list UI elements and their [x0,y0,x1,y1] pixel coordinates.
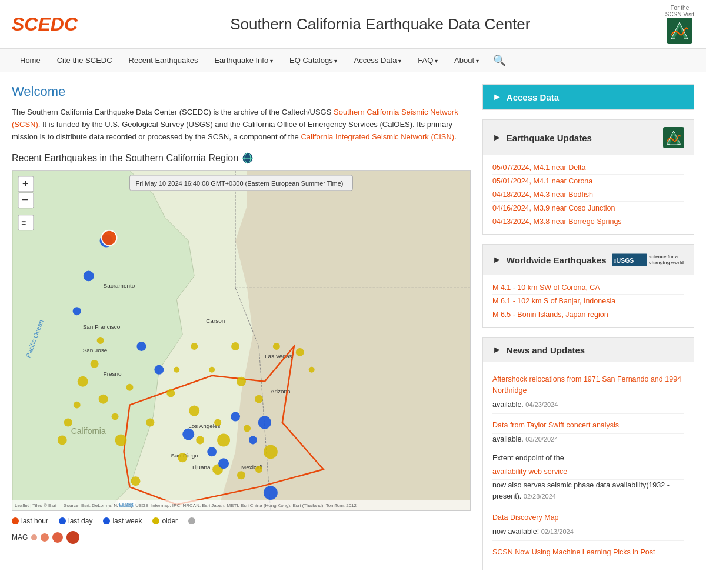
magnitude-scale: MAG [12,531,471,544]
welcome-paragraph: The Southern California Earthquake Data … [12,106,471,143]
svg-point-38 [244,425,251,432]
nav-home[interactable]: Home [12,49,49,72]
news-link-2[interactable]: availability web service [492,464,684,480]
news-text-1: Data from Taylor Swift concert analysis … [492,417,684,443]
page-header: SCEDC Southern California Earthquake Dat… [0,0,706,49]
nav-eq-catalogs[interactable]: EQ Catalogs [281,49,345,72]
site-logo[interactable]: SCEDC [12,14,78,35]
nav-cite[interactable]: Cite the SCEDC [49,49,121,72]
svg-point-36 [178,453,187,463]
map-svg: Pacific Ocean Sacramento San Francisco S… [12,171,470,510]
eq-updates-title: Earthquake Updates [507,133,592,143]
scsn-sidebar-icon [663,127,684,148]
eq-update-1[interactable]: 05/01/2024, M4.1 near Corona [492,175,684,188]
svg-point-29 [112,413,119,420]
svg-point-54 [74,402,81,409]
news-date-2: 02/28/2024 [524,493,556,500]
earthquake-updates-content: 05/07/2024, M4.1 near Delta 05/01/2024, … [483,155,694,234]
svg-point-52 [91,360,99,368]
svg-point-57 [273,343,280,350]
worldwide-eq-2[interactable]: M 6.5 - Bonin Islands, Japan region [492,308,684,321]
news-date-3: 02/13/2024 [541,528,574,535]
svg-point-45 [126,384,134,391]
svg-point-69 [231,412,240,422]
news-item-3: Data Discovery Map now available! 02/13/… [492,506,684,542]
svg-text:≡: ≡ [21,218,26,228]
eq-update-3[interactable]: 04/16/2024, M3.9 near Coso Junction [492,202,684,215]
svg-point-70 [264,486,278,500]
usgs-logo: USGS science for a changing world [612,252,684,268]
nav-earthquake-info[interactable]: Earthquake Info [206,49,281,72]
legend-dot-unknown [188,517,195,524]
worldwide-earthquakes-block: ► Worldwide Earthquakes USGS science fo… [482,244,694,328]
search-icon[interactable]: 🔍 [493,54,506,67]
svg-point-39 [255,395,263,403]
nav-access-data[interactable]: Access Data [345,49,409,72]
svg-text:Leaflet: Leaflet [119,502,134,507]
legend-dot-day [59,517,66,524]
svg-text:Sacramento: Sacramento [104,283,135,289]
worldwide-content: M 4.1 - 10 km SW of Corona, CA M 6.1 - 1… [483,275,694,327]
scsn-label-top: For the [671,5,690,11]
svg-point-40 [237,377,246,386]
svg-point-59 [309,367,315,373]
nav-faq[interactable]: FAQ [409,49,446,72]
scsn-link[interactable]: Southern California Seismic Network (SCS… [12,108,458,129]
legend-dot-hour [12,517,19,524]
nav-recent-earthquakes[interactable]: Recent Earthquakes [121,49,207,72]
svg-point-34 [217,434,230,447]
news-item-2: Extent endpoint of the availability web … [492,449,684,506]
scsn-badge[interactable]: For the SCSN Visit [665,5,694,44]
svg-point-32 [189,406,199,416]
svg-text:Carson: Carson [206,318,225,324]
svg-point-62 [73,308,81,316]
news-updates-block: ► News and Updates Aftershock relocation… [482,337,694,570]
svg-point-49 [255,466,262,473]
svg-point-71 [154,365,164,375]
eq-update-0[interactable]: 05/07/2024, M4.1 near Delta [492,161,684,175]
svg-point-58 [296,348,304,356]
svg-marker-9 [218,171,470,510]
news-text-2: Extent endpoint of the availability web … [492,454,684,500]
scsn-logo [667,18,692,44]
map-section-title: Recent Earthquakes in the Southern Calif… [12,152,471,164]
svg-point-43 [191,343,198,350]
legend-label-day: last day [68,517,92,525]
legend-last-week: last week [103,517,142,525]
news-header[interactable]: ► News and Updates [483,338,694,362]
news-link-0[interactable]: Aftershock relocations from 1971 San Fer… [492,372,684,399]
legend-last-hour: last hour [12,517,48,525]
news-link-4[interactable]: SCSN Now Using Machine Learning Picks in… [492,544,684,560]
right-sidebar: ► Access Data ► Earthquake Updates [482,84,694,580]
news-link-1[interactable]: Data from Taylor Swift concert analysis [492,417,684,434]
access-data-arrow: ► [492,92,502,102]
nav-about[interactable]: About [446,49,487,72]
legend-label-hour: last hour [21,517,48,525]
cisn-link[interactable]: California Integrated Seismic Network (C… [301,132,454,141]
worldwide-eq-0[interactable]: M 4.1 - 10 km SW of Corona, CA [492,281,684,295]
earthquake-map[interactable]: Pacific Ocean Sacramento San Francisco S… [12,170,471,511]
earthquake-updates-header[interactable]: ► Earthquake Updates [483,120,694,155]
svg-point-30 [115,435,127,446]
access-data-block: ► Access Data [482,84,694,110]
main-nav: Home Cite the SCEDC Recent Earthquakes E… [0,49,706,72]
globe-icon [242,152,254,164]
svg-point-33 [214,419,221,426]
welcome-title: Welcome [12,84,471,99]
map-title-text: Recent Earthquakes in the Southern Calif… [12,153,238,163]
eq-update-4[interactable]: 04/13/2024, M3.8 near Borrego Springs [492,215,684,228]
svg-point-48 [264,445,278,459]
legend-label-week: last week [112,517,142,525]
eq-update-2[interactable]: 04/18/2024, M4.3 near Bodfish [492,188,684,202]
svg-point-44 [174,367,179,373]
svg-text:Leaflet | Tiles © Esri — Sourc: Leaflet | Tiles © Esri — Source: Esri, D… [15,503,357,508]
worldwide-eq-1[interactable]: M 6.1 - 102 km S of Banjar, Indonesia [492,295,684,308]
svg-point-28 [99,395,108,404]
news-link-3[interactable]: Data Discovery Map [492,510,684,526]
news-date-1: 03/20/2024 [525,436,558,443]
access-data-header[interactable]: ► Access Data [483,85,694,109]
news-arrow: ► [492,345,502,355]
news-item-4: SCSN Now Using Machine Learning Picks in… [492,541,684,564]
worldwide-header[interactable]: ► Worldwide Earthquakes USGS science fo… [483,245,694,275]
legend-dot-older [152,517,159,524]
